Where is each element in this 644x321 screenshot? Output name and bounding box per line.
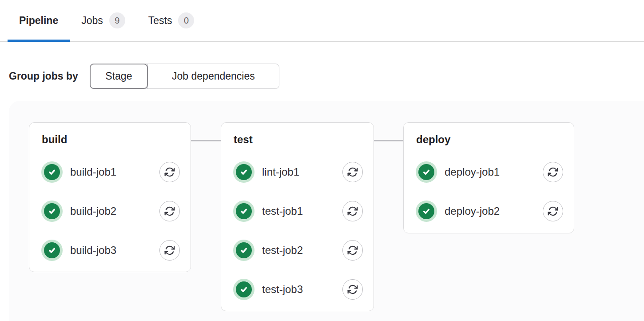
- jobs-list: build-job1 build-job2 build-job3: [29, 152, 191, 270]
- tab-jobs[interactable]: Jobs 9: [70, 0, 137, 41]
- job-link[interactable]: test-job3: [262, 283, 342, 296]
- retry-button[interactable]: [342, 201, 363, 221]
- status-success-icon: [233, 240, 254, 261]
- jobs-count-badge: 9: [109, 12, 125, 28]
- job-row: build-job1: [29, 152, 191, 192]
- jobs-list: deploy-job1 deploy-job2: [404, 152, 574, 231]
- retry-button[interactable]: [342, 162, 363, 182]
- stage-title: build: [29, 123, 191, 146]
- retry-icon: [347, 205, 358, 217]
- job-row: deploy-job1: [404, 152, 574, 192]
- tab-tests[interactable]: Tests 0: [137, 0, 206, 41]
- job-link[interactable]: test-job2: [262, 244, 342, 257]
- job-link[interactable]: deploy-job2: [445, 205, 543, 217]
- pipeline-graph-panel: build build-job1 build-job2: [9, 101, 644, 321]
- jobs-list: lint-job1 test-job1 test-job2: [221, 152, 374, 309]
- retry-icon: [347, 284, 358, 295]
- retry-button[interactable]: [342, 279, 363, 300]
- stage-column-deploy: deploy deploy-job1 deploy-job2: [403, 122, 574, 233]
- group-jobs-by-label: Group jobs by: [9, 70, 78, 82]
- status-success-icon: [233, 161, 254, 183]
- group-jobs-segmented-control: Stage Job dependencies: [90, 64, 279, 89]
- job-link[interactable]: build-job1: [70, 166, 159, 178]
- retry-button[interactable]: [159, 162, 180, 182]
- stage-column-build: build build-job1 build-job2: [29, 122, 191, 272]
- retry-button[interactable]: [159, 201, 180, 221]
- job-link[interactable]: build-job3: [70, 244, 159, 257]
- stage-title: deploy: [404, 123, 574, 146]
- stage-connector-line: [374, 140, 403, 141]
- status-success-icon: [233, 279, 254, 300]
- status-success-icon: [41, 161, 63, 183]
- retry-icon: [547, 205, 559, 217]
- group-jobs-controls: Group jobs by Stage Job dependencies: [9, 64, 644, 89]
- status-success-icon: [233, 201, 254, 222]
- segment-job-dependencies[interactable]: Job dependencies: [147, 64, 279, 88]
- retry-icon: [164, 166, 175, 178]
- retry-icon: [164, 245, 175, 256]
- job-row: test-job2: [221, 231, 374, 270]
- retry-icon: [347, 245, 358, 256]
- tab-pipeline[interactable]: Pipeline: [8, 0, 70, 41]
- job-row: test-job1: [221, 192, 374, 231]
- job-link[interactable]: lint-job1: [262, 166, 342, 178]
- tab-tests-label: Tests: [148, 15, 172, 27]
- job-link[interactable]: build-job2: [70, 205, 159, 217]
- status-success-icon: [41, 240, 63, 261]
- job-row: build-job2: [29, 192, 191, 231]
- job-link[interactable]: test-job1: [262, 205, 342, 217]
- retry-button[interactable]: [159, 240, 180, 261]
- stage-title: test: [221, 123, 374, 146]
- retry-button[interactable]: [543, 201, 563, 221]
- job-row: deploy-job2: [404, 192, 574, 231]
- tab-jobs-label: Jobs: [81, 15, 103, 27]
- retry-icon: [347, 166, 358, 178]
- stage-connector-line: [191, 140, 221, 141]
- retry-icon: [547, 166, 559, 178]
- job-row: build-job3: [29, 231, 191, 270]
- status-success-icon: [416, 201, 437, 222]
- retry-button[interactable]: [543, 162, 563, 182]
- job-row: test-job3: [221, 270, 374, 309]
- tab-pipeline-label: Pipeline: [19, 15, 58, 27]
- pipeline-tab-bar: Pipeline Jobs 9 Tests 0: [0, 0, 644, 42]
- job-link[interactable]: deploy-job1: [445, 166, 543, 178]
- tests-count-badge: 0: [178, 12, 194, 28]
- status-success-icon: [416, 161, 437, 183]
- status-success-icon: [41, 201, 63, 222]
- segment-stage[interactable]: Stage: [90, 64, 148, 89]
- retry-button[interactable]: [342, 240, 363, 261]
- stage-column-test: test lint-job1 test-job1: [221, 122, 374, 311]
- retry-icon: [164, 205, 175, 217]
- job-row: lint-job1: [221, 152, 374, 192]
